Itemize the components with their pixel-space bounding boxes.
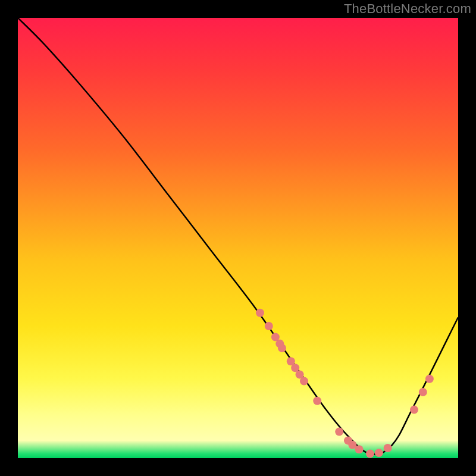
data-marker bbox=[384, 444, 392, 452]
watermark-text: TheBottleNecker.com bbox=[344, 1, 471, 17]
data-marker bbox=[425, 375, 434, 383]
chart-plot-area bbox=[18, 18, 458, 458]
data-marker bbox=[313, 397, 321, 405]
data-marker bbox=[265, 322, 273, 330]
marker-group bbox=[256, 309, 434, 458]
chart-svg bbox=[18, 18, 458, 458]
data-marker bbox=[375, 449, 383, 457]
chart-frame: TheBottleNecker.com bbox=[0, 0, 476, 476]
curve-path bbox=[18, 18, 458, 455]
data-marker bbox=[419, 388, 427, 396]
data-marker bbox=[366, 450, 374, 458]
data-marker bbox=[278, 344, 286, 352]
data-marker bbox=[300, 377, 308, 386]
data-marker bbox=[355, 445, 364, 453]
data-marker bbox=[410, 406, 418, 414]
data-marker bbox=[335, 428, 343, 436]
data-marker bbox=[256, 309, 264, 317]
